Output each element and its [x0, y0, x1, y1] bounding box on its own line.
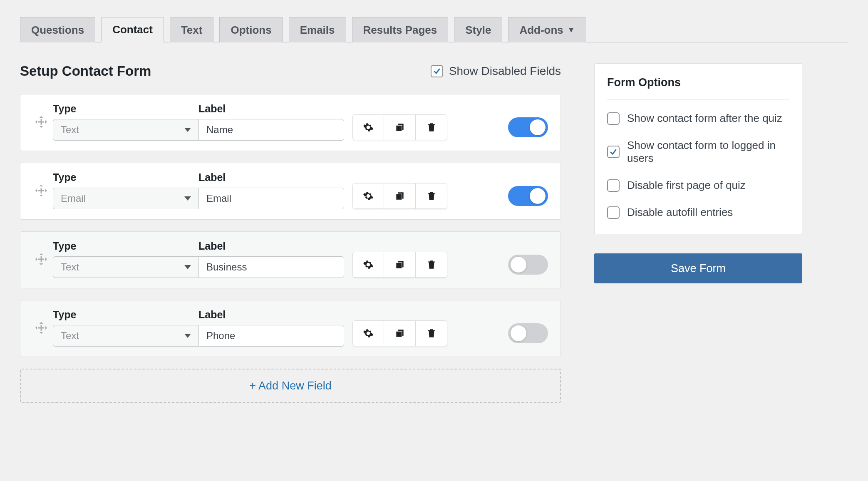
checkbox-icon — [607, 146, 620, 158]
type-header: Type — [53, 171, 198, 183]
label-header: Label — [198, 240, 344, 252]
form-options-panel: Form Options Show contact form after the… — [594, 63, 802, 234]
field-type-value: Text — [61, 261, 79, 273]
drag-handle-icon[interactable] — [30, 183, 53, 198]
settings-button[interactable] — [352, 114, 384, 140]
checkbox-icon — [431, 65, 443, 77]
field-row: Type Email Label — [20, 163, 561, 220]
settings-button[interactable] — [352, 183, 384, 209]
tabs-bar: Questions Contact Text Options Emails Re… — [20, 17, 848, 42]
settings-button[interactable] — [352, 320, 384, 346]
field-type-select[interactable]: Text — [53, 256, 198, 278]
option-label: Disable autofill entries — [627, 206, 733, 219]
drag-handle-icon[interactable] — [30, 321, 53, 335]
label-header: Label — [198, 309, 344, 321]
add-new-field-button[interactable]: + Add New Field — [20, 369, 561, 403]
tab-questions[interactable]: Questions — [20, 17, 95, 42]
tab-emails[interactable]: Emails — [289, 17, 346, 42]
save-button-label: Save Form — [671, 262, 726, 275]
field-enabled-toggle[interactable] — [508, 255, 548, 275]
tab-label: Questions — [31, 24, 84, 37]
field-row: Type Text Label — [20, 231, 561, 288]
field-type-select[interactable]: Email — [53, 188, 198, 209]
option-show-after-quiz[interactable]: Show contact form after the quiz — [607, 112, 789, 125]
tab-label: Text — [181, 24, 203, 37]
tab-label: Results Pages — [363, 24, 437, 37]
tab-options[interactable]: Options — [219, 17, 283, 42]
duplicate-button[interactable] — [384, 252, 416, 278]
caret-down-icon: ▼ — [568, 26, 575, 35]
field-enabled-toggle[interactable] — [508, 323, 548, 343]
label-header: Label — [198, 103, 344, 115]
field-type-value: Text — [61, 124, 79, 136]
field-type-value: Text — [61, 330, 79, 342]
option-show-logged-in[interactable]: Show contact form to logged in users — [607, 139, 789, 165]
caret-down-icon — [184, 128, 191, 132]
copy-icon — [394, 191, 405, 201]
tab-text[interactable]: Text — [170, 17, 214, 42]
tab-label: Add-ons — [519, 24, 563, 37]
drag-handle-icon[interactable] — [30, 115, 53, 129]
duplicate-button[interactable] — [384, 320, 416, 346]
checkbox-icon — [607, 206, 620, 219]
gear-icon — [363, 328, 374, 339]
tab-contact[interactable]: Contact — [101, 17, 164, 42]
copy-icon — [394, 122, 405, 133]
option-label: Disable first page of quiz — [627, 179, 746, 192]
caret-down-icon — [184, 196, 191, 201]
field-label-input[interactable] — [198, 325, 344, 347]
page-title: Setup Contact Form — [20, 63, 151, 79]
tab-label: Options — [231, 24, 271, 37]
trash-icon — [426, 122, 437, 133]
tab-label: Emails — [300, 24, 335, 37]
type-header: Type — [53, 103, 198, 115]
delete-button[interactable] — [416, 183, 447, 209]
option-disable-first-page[interactable]: Disable first page of quiz — [607, 179, 789, 192]
option-disable-autofill[interactable]: Disable autofill entries — [607, 206, 789, 219]
option-label: Show contact form to logged in users — [627, 139, 789, 165]
trash-icon — [426, 328, 437, 339]
show-disabled-label: Show Disabled Fields — [449, 64, 561, 78]
tab-label: Style — [465, 24, 491, 37]
field-label-input[interactable] — [198, 188, 344, 209]
gear-icon — [363, 122, 374, 133]
show-disabled-fields-toggle[interactable]: Show Disabled Fields — [431, 64, 561, 78]
field-label-input[interactable] — [198, 256, 344, 278]
delete-button[interactable] — [416, 114, 447, 140]
field-row: Type Text Label — [20, 94, 561, 151]
caret-down-icon — [184, 334, 191, 338]
tab-label: Contact — [112, 23, 153, 36]
type-header: Type — [53, 240, 198, 252]
option-label: Show contact form after the quiz — [627, 112, 782, 125]
copy-icon — [394, 259, 405, 270]
gear-icon — [363, 191, 374, 201]
tab-addons[interactable]: Add-ons ▼ — [508, 17, 586, 42]
settings-button[interactable] — [352, 252, 384, 278]
field-enabled-toggle[interactable] — [508, 186, 548, 206]
tab-style[interactable]: Style — [454, 17, 502, 42]
panel-title: Form Options — [607, 76, 789, 99]
type-header: Type — [53, 309, 198, 321]
field-type-value: Email — [61, 193, 86, 204]
field-type-select[interactable]: Text — [53, 325, 198, 347]
drag-handle-icon[interactable] — [30, 252, 53, 266]
duplicate-button[interactable] — [384, 114, 416, 140]
field-enabled-toggle[interactable] — [508, 117, 548, 137]
checkbox-icon — [607, 179, 620, 192]
save-form-button[interactable]: Save Form — [594, 253, 802, 283]
field-label-input[interactable] — [198, 119, 344, 141]
checkbox-icon — [607, 112, 620, 125]
delete-button[interactable] — [416, 252, 447, 278]
duplicate-button[interactable] — [384, 183, 416, 209]
caret-down-icon — [184, 265, 191, 269]
label-header: Label — [198, 171, 344, 183]
gear-icon — [363, 259, 374, 270]
field-type-select[interactable]: Text — [53, 119, 198, 141]
tab-results-pages[interactable]: Results Pages — [352, 17, 449, 42]
field-row: Type Text Label — [20, 300, 561, 357]
add-new-label: + Add New Field — [249, 379, 331, 392]
delete-button[interactable] — [416, 320, 447, 346]
copy-icon — [394, 328, 405, 339]
trash-icon — [426, 259, 437, 270]
trash-icon — [426, 191, 437, 201]
